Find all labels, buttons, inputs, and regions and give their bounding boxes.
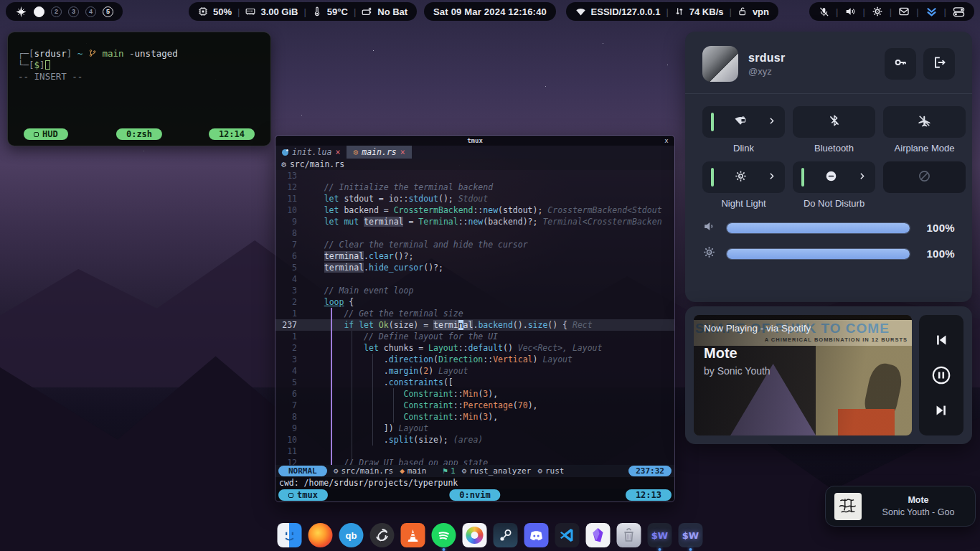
- album-art[interactable]: SHAPE OF PUNK TO COME A CHIMERICAL BOMBI…: [694, 315, 912, 435]
- traffic-arrows-icon: [674, 6, 684, 17]
- settings-gear-icon[interactable]: [872, 6, 883, 17]
- w-app-icon[interactable]: $W: [648, 523, 672, 547]
- toggle-label: Dlink: [733, 143, 754, 154]
- editor[interactable]: 1312 // Initialize the terminal backend1…: [275, 170, 674, 465]
- window-close-button[interactable]: x: [659, 137, 674, 144]
- toggles-icon[interactable]: [953, 6, 965, 18]
- toggle-on-indicator: [801, 168, 804, 187]
- media-controls: [919, 315, 963, 435]
- workspace-3[interactable]: 3: [68, 6, 79, 17]
- firefox-icon[interactable]: [308, 523, 333, 547]
- chevron-right-icon[interactable]: [857, 171, 867, 184]
- tab-init-lua[interactable]: init.lua ×: [275, 146, 347, 159]
- user-handle: @xyz: [748, 66, 786, 77]
- tmux-session-pill[interactable]: tmux: [278, 489, 328, 501]
- code-line: 2 let chunks = Layout::default() Vec<Rec…: [275, 342, 674, 354]
- statusline-file: src/main.rs: [341, 466, 393, 476]
- track-title: Mote: [704, 345, 738, 362]
- workspace-1[interactable]: [34, 6, 44, 17]
- tab-close-icon[interactable]: ×: [400, 147, 405, 157]
- notification[interactable]: Mote Sonic Youth - Goo: [825, 486, 976, 527]
- photos-icon[interactable]: [463, 523, 487, 547]
- notification-title: Mote: [870, 495, 966, 505]
- code-line: 4: [275, 273, 674, 285]
- chevron-right-icon[interactable]: [767, 171, 776, 184]
- filetype: rust: [545, 466, 565, 476]
- prompt-char: $: [34, 60, 40, 70]
- system-stats-widget[interactable]: 50% | 3.00 GiB | 59°C | No Bat: [189, 2, 417, 21]
- tmux-statusbar: tmux 0:nvim 12:13: [275, 489, 674, 501]
- wifi-icon: [575, 6, 586, 17]
- airplane-off-icon: [918, 114, 931, 131]
- tab-close-icon[interactable]: ×: [335, 147, 340, 157]
- toggle-label: Bluetooth: [814, 143, 854, 154]
- toggle-bluetooth[interactable]: [793, 106, 875, 138]
- toggle-night-light[interactable]: [702, 161, 785, 193]
- avatar: [702, 46, 738, 82]
- tab-main-rs[interactable]: ⚙ main.rs ×: [347, 146, 411, 159]
- file-manager-icon[interactable]: [278, 523, 302, 547]
- breadcrumb: ⚙ src/main.rs: [275, 159, 674, 170]
- rust-file-icon: ⚙: [353, 147, 358, 157]
- git-branch-icon: [88, 48, 97, 59]
- cpu-usage: 50%: [213, 6, 232, 17]
- code-line: 5 terminal.hide_cursor()?;: [275, 262, 674, 273]
- spotify-icon[interactable]: [432, 523, 456, 547]
- battery-status: No Bat: [377, 6, 407, 17]
- lock-keys-button[interactable]: [885, 48, 916, 80]
- discord-icon[interactable]: [524, 523, 549, 547]
- indent-guide: [372, 354, 373, 446]
- lua-file-icon: [282, 149, 288, 156]
- pause-button[interactable]: [928, 362, 954, 388]
- network-widget[interactable]: ESSID/127.0.0.1 | 74 KB/s | vpn: [566, 2, 778, 21]
- logout-button[interactable]: [923, 48, 955, 80]
- terminal-cursor: [45, 60, 50, 70]
- sun-icon: [734, 169, 748, 186]
- tmux-window[interactable]: tmux x init.lua × ⚙ main.rs × ⚙ src/main…: [275, 135, 675, 502]
- chevron-double-down-icon[interactable]: [925, 6, 938, 18]
- code-line: 8 Constraint::Min(3),: [275, 411, 674, 423]
- code-line: 13: [275, 170, 674, 182]
- obs-icon[interactable]: [370, 523, 395, 547]
- bluetooth-off-icon: [828, 114, 841, 130]
- notification-album-art: [834, 493, 862, 520]
- microphone-muted-icon[interactable]: [819, 6, 829, 17]
- mail-icon[interactable]: [898, 6, 910, 17]
- obsidian-icon[interactable]: [586, 523, 611, 547]
- toggle-do-not-disturb[interactable]: [793, 161, 875, 193]
- code-lines: 1312 // Initialize the terminal backend1…: [275, 170, 674, 465]
- hud-terminal-window[interactable]: ┌─[srdusr] ~ main -unstaged └─[$] -- INS…: [7, 32, 271, 146]
- chevron-right-icon[interactable]: [767, 116, 776, 128]
- previous-track-button[interactable]: [928, 327, 954, 353]
- rust-file-icon: ⚙: [334, 466, 339, 476]
- clock-widget[interactable]: Sat 09 Mar 2024 12:16:40: [424, 2, 556, 21]
- workspace-2[interactable]: 2: [51, 6, 62, 17]
- volume-icon[interactable]: [844, 6, 856, 17]
- vlc-icon[interactable]: [401, 523, 425, 547]
- code-line: 2 loop {: [275, 296, 674, 308]
- prompt-branch: main: [102, 48, 123, 59]
- sliders-section: 100% 100%: [685, 209, 972, 262]
- tmux-window-pill[interactable]: 0:zsh: [116, 128, 162, 140]
- toggle-airplane-mode[interactable]: [883, 106, 966, 138]
- diagnostic-count: 1: [451, 466, 456, 476]
- toggle-dlink[interactable]: [702, 106, 785, 138]
- launcher-star-icon[interactable]: [15, 6, 27, 18]
- workspace-4[interactable]: 4: [85, 6, 96, 17]
- tmux-window-pill[interactable]: 0:nvim: [449, 489, 500, 501]
- workspace-5[interactable]: 5: [103, 6, 113, 17]
- toggle-disabled[interactable]: [883, 161, 966, 193]
- w-app-icon-2[interactable]: $W: [679, 523, 703, 547]
- vscode-icon[interactable]: [555, 523, 580, 547]
- code-line: 6 terminal.clear()?;: [275, 250, 674, 262]
- next-track-button[interactable]: [928, 397, 954, 423]
- tmux-session-pill[interactable]: HUD: [24, 128, 68, 140]
- qbittorrent-icon[interactable]: qb: [339, 523, 364, 547]
- key-icon: [893, 55, 908, 72]
- brightness-slider[interactable]: [726, 248, 910, 260]
- trash-icon[interactable]: [617, 523, 641, 547]
- git-icon: ◆: [400, 466, 405, 476]
- temperature-icon: [312, 6, 322, 17]
- volume-slider[interactable]: [726, 222, 910, 234]
- steam-icon[interactable]: [494, 523, 518, 547]
